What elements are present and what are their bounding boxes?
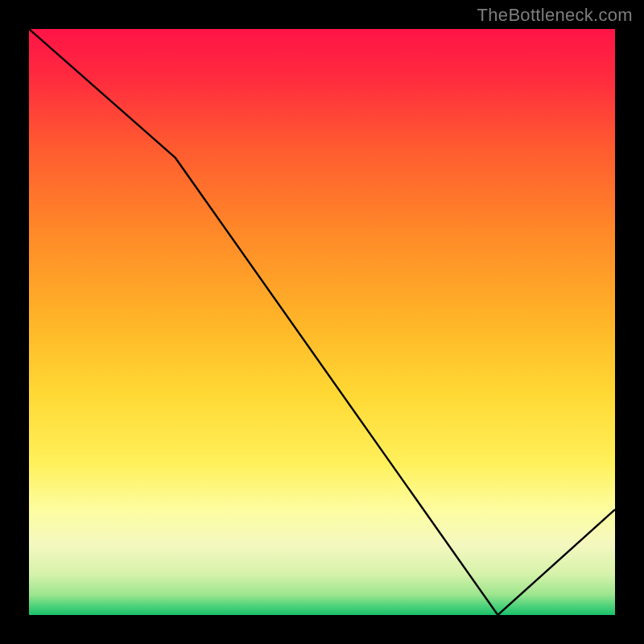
plot-area [29, 29, 615, 615]
plot-line [29, 29, 615, 615]
watermark-text: TheBottleneck.com [477, 5, 633, 26]
plot-container [29, 29, 615, 615]
